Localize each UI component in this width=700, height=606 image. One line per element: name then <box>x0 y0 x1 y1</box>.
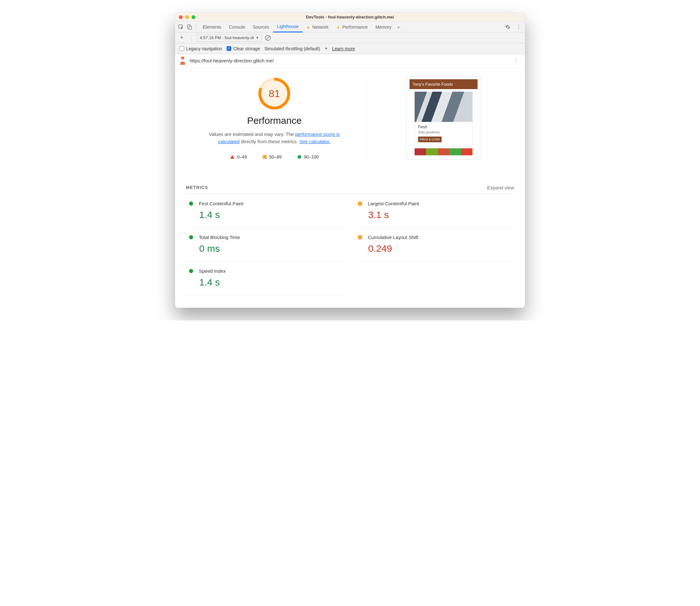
tab-console[interactable]: Console <box>225 22 249 32</box>
expand-view-button[interactable]: Expand view <box>487 185 514 190</box>
tab-label: Sources <box>253 24 269 30</box>
device-toggle-icon[interactable] <box>185 23 193 31</box>
report-content: 81 Performance Values are estimated and … <box>175 68 525 308</box>
page-url: https://foul-heavenly-direction.glitch.m… <box>190 58 274 63</box>
metrics-grid: First Contentful Paint 1.4 s Largest Con… <box>186 194 514 295</box>
warning-icon: ▲ <box>307 24 311 29</box>
score-value: 81 <box>269 88 280 100</box>
checkbox-icon <box>179 46 184 51</box>
status-icon <box>189 202 193 206</box>
text: Values are estimated and may vary. The <box>209 132 295 137</box>
status-icon <box>358 235 362 239</box>
metric-value: 3.1 s <box>368 209 512 220</box>
tab-label: Console <box>229 24 245 30</box>
legend-fail: 0–49 <box>230 154 247 160</box>
clear-icon[interactable] <box>265 35 271 41</box>
metrics-section: METRICS Expand view First Contentful Pai… <box>186 185 514 295</box>
report-dropdown[interactable]: 4:57:16 PM - foul-heavenly-di ▼ <box>197 34 262 42</box>
svg-rect-2 <box>189 26 192 29</box>
preview-card-title: Fesh <box>418 124 469 129</box>
preview-image <box>415 148 473 155</box>
calculator-link[interactable]: See calculator. <box>299 139 331 144</box>
text: directly from these metrics. <box>240 139 299 144</box>
metric-fcp[interactable]: First Contentful Paint 1.4 s <box>186 194 345 228</box>
tab-performance[interactable]: ▲Performance <box>333 22 372 32</box>
options-bar: Legacy navigation Clear storage Simulate… <box>175 43 525 54</box>
lighthouse-icon <box>179 57 186 65</box>
metric-name: Speed Index <box>199 268 225 274</box>
tab-label: Lighthouse <box>277 24 299 29</box>
metric-name: Cumulative Layout Shift <box>368 235 418 240</box>
checkbox-icon <box>226 46 231 51</box>
separator <box>191 35 191 41</box>
tab-label: Elements <box>203 24 221 30</box>
metric-value: 0.249 <box>368 243 512 254</box>
close-icon[interactable] <box>179 15 183 19</box>
status-icon <box>189 235 193 239</box>
chevron-down-icon[interactable]: ▼ <box>324 47 328 50</box>
titlebar: DevTools - foul-heavenly-direction.glitc… <box>175 13 525 22</box>
metric-si[interactable]: Speed Index 1.4 s <box>186 261 345 295</box>
kebab-menu-icon[interactable]: ⋮ <box>514 24 523 30</box>
warning-icon: ▲ <box>336 24 340 29</box>
tab-lighthouse[interactable]: Lighthouse <box>273 22 303 32</box>
legend-pass: 90–100 <box>297 154 319 160</box>
summary-row: 81 Performance Values are estimated and … <box>186 76 514 163</box>
metric-name: First Contentful Paint <box>199 201 243 206</box>
checkbox-label: Legacy navigation <box>186 46 222 51</box>
metric-cls[interactable]: Cumulative Layout Shift 0.249 <box>355 228 514 261</box>
score-description: Values are estimated and may vary. The p… <box>206 131 343 145</box>
metric-tbt[interactable]: Total Blocking Time 0 ms <box>186 228 345 261</box>
traffic-lights <box>175 15 195 19</box>
score-column: 81 Performance Values are estimated and … <box>186 76 366 163</box>
metric-lcp[interactable]: Largest Contentful Paint 3.1 s <box>355 194 514 228</box>
preview-column: Tony's Favorite Foods Fesh Salty goodnes… <box>373 76 514 163</box>
tab-label: Performance <box>342 24 368 30</box>
tab-label: Network <box>312 24 328 30</box>
inspect-icon[interactable] <box>177 23 185 31</box>
learn-more-link[interactable]: Learn more <box>332 46 355 51</box>
metrics-header: METRICS Expand view <box>186 185 514 194</box>
clear-storage-checkbox[interactable]: Clear storage <box>226 46 260 51</box>
checkbox-label: Clear storage <box>233 46 260 51</box>
tabs-bar: Elements Console Sources Lighthouse ▲Net… <box>175 22 525 32</box>
tab-label: Memory <box>376 24 392 30</box>
tab-memory[interactable]: Memory <box>372 22 395 32</box>
kebab-menu-icon[interactable]: ⋮ <box>512 57 521 64</box>
circle-icon <box>297 155 301 159</box>
preview-header: Tony's Favorite Foods <box>410 79 478 89</box>
separator <box>196 24 196 30</box>
report-bar: + 4:57:16 PM - foul-heavenly-di ▼ <box>175 32 525 43</box>
tab-elements[interactable]: Elements <box>199 22 225 32</box>
legend-average: 50–89 <box>263 154 282 160</box>
preview-card: Fesh Salty goodness PROS & CONS <box>415 122 473 146</box>
preview-image <box>415 92 473 122</box>
triangle-icon <box>230 155 235 159</box>
tab-network[interactable]: ▲Network <box>303 22 333 32</box>
preview-card-subtitle: Salty goodness <box>418 131 469 134</box>
gear-icon[interactable] <box>505 24 514 30</box>
window-title: DevTools - foul-heavenly-direction.glitc… <box>175 15 525 19</box>
metric-value: 1.4 s <box>199 209 343 220</box>
url-bar: https://foul-heavenly-direction.glitch.m… <box>175 54 525 68</box>
metric-name: Total Blocking Time <box>199 235 240 240</box>
metric-value: 0 ms <box>199 243 343 254</box>
legend-label: 90–100 <box>304 154 319 160</box>
metrics-title: METRICS <box>186 185 208 190</box>
throttling-label: Simulated throttling (default) <box>264 46 320 51</box>
legacy-nav-checkbox[interactable]: Legacy navigation <box>179 46 222 51</box>
metric-value: 1.4 s <box>199 277 343 288</box>
legend-label: 0–49 <box>237 154 247 160</box>
minimize-icon[interactable] <box>185 15 189 19</box>
tab-sources[interactable]: Sources <box>249 22 273 32</box>
status-icon <box>189 269 193 273</box>
more-tabs-icon[interactable]: » <box>395 24 402 30</box>
new-report-icon[interactable]: + <box>178 34 185 41</box>
zoom-icon[interactable] <box>192 15 195 19</box>
chevron-down-icon: ▼ <box>256 36 259 40</box>
preview-card-button: PROS & CONS <box>418 137 442 142</box>
report-label: 4:57:16 PM - foul-heavenly-di <box>200 35 254 40</box>
page-preview: Tony's Favorite Foods Fesh Salty goodnes… <box>407 76 480 160</box>
status-icon <box>358 202 362 206</box>
devtools-window: DevTools - foul-heavenly-direction.glitc… <box>175 13 525 308</box>
